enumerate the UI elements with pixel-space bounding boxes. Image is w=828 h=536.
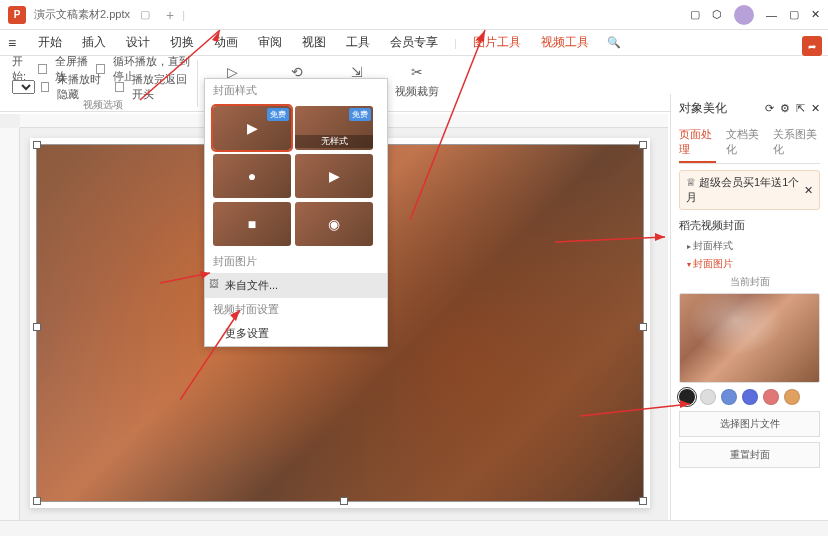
app-icon: P bbox=[8, 6, 26, 24]
promo-close-icon[interactable]: ✕ bbox=[804, 184, 813, 197]
menu-transition[interactable]: 切换 bbox=[160, 34, 204, 51]
handle-sw[interactable] bbox=[33, 497, 41, 505]
file-tab[interactable]: 演示文稿素材2.pptx bbox=[34, 7, 130, 22]
style-option-1[interactable]: ▶免费 bbox=[213, 106, 291, 150]
sub-image[interactable]: 封面图片 bbox=[679, 257, 820, 271]
menu-member[interactable]: 会员专享 bbox=[380, 34, 448, 51]
color-3[interactable] bbox=[721, 389, 737, 405]
maximize-icon[interactable]: ▢ bbox=[789, 8, 799, 21]
color-4[interactable] bbox=[742, 389, 758, 405]
ruler-vertical bbox=[0, 128, 20, 520]
group-footer: 视频选项 bbox=[12, 98, 193, 112]
style-option-none[interactable]: 免费无样式 bbox=[295, 106, 373, 150]
minimize-icon[interactable]: — bbox=[766, 9, 777, 21]
cube-icon[interactable]: ⬡ bbox=[712, 8, 722, 21]
section-title: 稻壳视频封面 bbox=[679, 218, 820, 233]
handle-w[interactable] bbox=[33, 323, 41, 331]
dd-time-title: 视频封面设置 bbox=[205, 298, 387, 321]
color-5[interactable] bbox=[763, 389, 779, 405]
check-rewind[interactable] bbox=[115, 82, 123, 92]
new-tab-button[interactable]: + bbox=[158, 7, 182, 23]
color-2[interactable] bbox=[700, 389, 716, 405]
menu-view[interactable]: 视图 bbox=[292, 34, 336, 51]
style-option-5[interactable]: ■ bbox=[213, 202, 291, 246]
close-tab-icon[interactable]: ▢ bbox=[140, 8, 150, 21]
style-option-6[interactable]: ◉ bbox=[295, 202, 373, 246]
choose-file-button[interactable]: 选择图片文件 bbox=[679, 411, 820, 437]
handle-s[interactable] bbox=[340, 497, 348, 505]
handle-se[interactable] bbox=[639, 497, 647, 505]
menu-design[interactable]: 设计 bbox=[116, 34, 160, 51]
handle-ne[interactable] bbox=[639, 141, 647, 149]
menu-review[interactable]: 审阅 bbox=[248, 34, 292, 51]
style-option-4[interactable]: ▶ bbox=[295, 154, 373, 198]
dd-styles-title: 封面样式 bbox=[205, 79, 387, 102]
check-fullscreen[interactable] bbox=[38, 64, 46, 74]
statusbar bbox=[0, 520, 828, 536]
share-button[interactable]: ➦ bbox=[802, 36, 822, 56]
menu-video-tools[interactable]: 视频工具 bbox=[531, 34, 599, 51]
trim-icon: ✂ bbox=[405, 62, 429, 82]
dd-from-file[interactable]: 🖼来自文件... bbox=[205, 273, 387, 298]
tab-diagram[interactable]: 关系图美化 bbox=[773, 123, 820, 163]
image-icon: 🖼 bbox=[209, 278, 219, 289]
sub-style[interactable]: 封面样式 bbox=[679, 239, 820, 253]
promo-banner[interactable]: ♕ 超级会员买1年送1个月✕ bbox=[679, 170, 820, 210]
tab-doc[interactable]: 文档美化 bbox=[726, 123, 763, 163]
window-icon[interactable]: ▢ bbox=[690, 8, 700, 21]
menu-insert[interactable]: 插入 bbox=[72, 34, 116, 51]
color-6[interactable] bbox=[784, 389, 800, 405]
menu-start[interactable]: 开始 bbox=[28, 34, 72, 51]
video-cover-dropdown: 封面样式 ▶免费 免费无样式 ● ▶ ■ ◉ 封面图片 🖼来自文件... 视频封… bbox=[204, 78, 388, 347]
search-icon[interactable]: 🔍 bbox=[607, 36, 621, 49]
avatar[interactable] bbox=[734, 5, 754, 25]
start-select[interactable] bbox=[12, 80, 35, 94]
tab-page[interactable]: 页面处理 bbox=[679, 123, 716, 163]
menu-hamburger-icon[interactable]: ≡ bbox=[8, 35, 28, 51]
settings-icon[interactable]: ⚙ bbox=[780, 102, 790, 115]
close-window-icon[interactable]: ✕ bbox=[811, 8, 820, 21]
pin-icon[interactable]: ⇱ bbox=[796, 102, 805, 115]
close-panel-icon[interactable]: ✕ bbox=[811, 102, 820, 115]
menu-image-tools[interactable]: 图片工具 bbox=[463, 34, 531, 51]
check-hide[interactable] bbox=[41, 82, 49, 92]
handle-e[interactable] bbox=[639, 323, 647, 331]
color-1[interactable] bbox=[679, 389, 695, 405]
menu-tools[interactable]: 工具 bbox=[336, 34, 380, 51]
color-swatches bbox=[679, 389, 820, 405]
reset-cover-button[interactable]: 重置封面 bbox=[679, 442, 820, 468]
trim-video-button[interactable]: ✂ 视频裁剪 bbox=[387, 60, 447, 107]
refresh-icon[interactable]: ⟳ bbox=[765, 102, 774, 115]
style-option-3[interactable]: ● bbox=[213, 154, 291, 198]
dd-cover-title: 封面图片 bbox=[205, 250, 387, 273]
dd-more-settings[interactable]: 更多设置 bbox=[205, 321, 387, 346]
menu-animation[interactable]: 动画 bbox=[204, 34, 248, 51]
cover-thumbnail bbox=[679, 293, 820, 383]
handle-nw[interactable] bbox=[33, 141, 41, 149]
thumb-label: 当前封面 bbox=[679, 275, 820, 289]
sidebar-title: 对象美化 bbox=[679, 100, 727, 117]
